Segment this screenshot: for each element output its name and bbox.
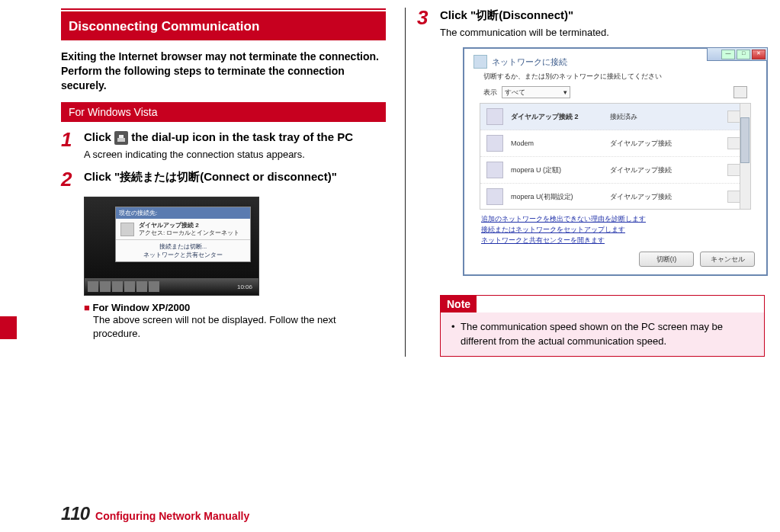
list-item: mopera U(初期設定) ダイヤルアップ接続 [480,184,750,210]
sub-note-title: For Window XP/2000 [92,302,190,313]
section-heading: Disconnecting Communication [61,11,386,40]
step-2-title: Click "接続または切断(Connect or disconnect)" [84,169,386,184]
svg-rect-0 [117,138,125,142]
dialog-link: 接続またはネットワークをセットアップします [481,225,750,235]
item-status: 接続済み [610,112,637,122]
maximize-icon: □ [737,50,750,59]
intro-text: Exiting the Internet browser may not ter… [61,50,386,93]
disconnect-button: 切断(I) [639,252,694,267]
note-box: Note The communication speed shown on th… [440,295,765,356]
sub-note: ■ For Window XP/2000 The above screen wi… [84,302,386,341]
step-number: 2 [61,169,84,189]
step-2: 2 Click "接続または切断(Connect or disconnect)" [61,169,386,189]
item-name: Modem [511,139,602,147]
note-item: The communication speed shown on the PC … [450,320,755,348]
show-value: すべて [505,88,525,98]
step-1-title-a: Click [84,130,114,143]
item-status: ダイヤルアップ接続 [610,192,672,202]
scrollbar-thumb [740,117,750,163]
tray-icon [100,281,111,292]
globe-icon [120,223,134,236]
step-number: 1 [61,130,84,162]
step-3: 3 Click "切断(Disconnect)" The communicati… [417,8,765,40]
modem-icon [486,135,503,152]
page-label: Configuring Network Manually [95,510,249,522]
item-name: mopera U(初期設定) [511,192,602,202]
step-1-desc: A screen indicating the connection statu… [84,148,386,162]
step-1: 1 Click the dial-up icon in the task tra… [61,130,386,162]
step-1-title-b: the dial-up icon in the task tray of the… [131,130,353,143]
step-number: 3 [417,8,440,40]
refresh-icon [733,86,747,98]
cancel-button: キャンセル [700,252,755,267]
show-select: すべて ▾ [502,86,570,98]
modem-icon [486,188,503,205]
minimize-icon: — [721,50,735,59]
dialog-message: 切断するか、または別のネットワークに接続してください [464,72,766,86]
close-icon: ✕ [752,50,766,59]
popup-header: 現在の接続先: [116,207,250,219]
edge-tab [0,316,17,339]
popup-link-center: ネットワークと共有センター [116,251,250,259]
chevron-down-icon: ▾ [563,88,567,96]
list-item: Modem ダイヤルアップ接続 [480,130,750,157]
dialog-link: ネットワークと共有センターを開きます [481,236,750,245]
show-label: 表示 [483,88,497,98]
screenshot-network-dialog: — □ ✕ ネットワークに接続 切断するか、または別のネットワークに接続してくだ… [463,47,768,276]
modem-icon [486,162,503,178]
dialog-link: 追加のネットワークを検出できない理由を診断します [481,214,750,224]
note-heading: Note [441,296,477,312]
step-3-desc: The communication will be terminated. [440,26,765,40]
network-icon [473,55,487,69]
screenshot-tray-popup: 現在の接続先: ダイヤルアップ接続 2 アクセス: ローカルとインターネット 接… [84,197,259,296]
tray-icon [88,281,98,292]
item-name: ダイヤルアップ接続 2 [511,112,602,122]
dialup-tray-icon [114,131,128,145]
item-name: mopera U (定額) [511,165,602,175]
taskbar-time: 10:06 [237,284,255,290]
step-1-title: Click the dial-up icon in the task tray … [84,130,386,145]
conn-sub: アクセス: ローカルとインターネット [139,229,239,237]
conn-name: ダイヤルアップ接続 2 [139,222,239,229]
list-item: ダイヤルアップ接続 2 接続済み [480,104,750,130]
dialog-title: ネットワークに接続 [492,56,567,68]
svg-rect-1 [119,135,124,138]
modem-icon [486,108,503,125]
item-status: ダイヤルアップ接続 [610,139,672,149]
square-marker: ■ [84,302,92,313]
connection-list: ダイヤルアップ接続 2 接続済み Modem ダイヤルアップ接続 mopera … [480,103,751,210]
subheading: For Windows Vista [61,102,386,122]
list-item: mopera U (定額) ダイヤルアップ接続 [480,157,750,184]
tray-icon [136,281,147,292]
sub-note-body: The above screen will not be displayed. … [93,313,386,341]
step-3-title: Click "切断(Disconnect)" [440,8,765,23]
tray-icon [112,281,123,292]
tray-icon [149,281,159,292]
popup-link-connect: 接続または切断... [116,242,250,251]
item-status: ダイヤルアップ接続 [610,165,672,175]
tray-icon [124,281,135,292]
page-number: 110 [61,503,89,524]
